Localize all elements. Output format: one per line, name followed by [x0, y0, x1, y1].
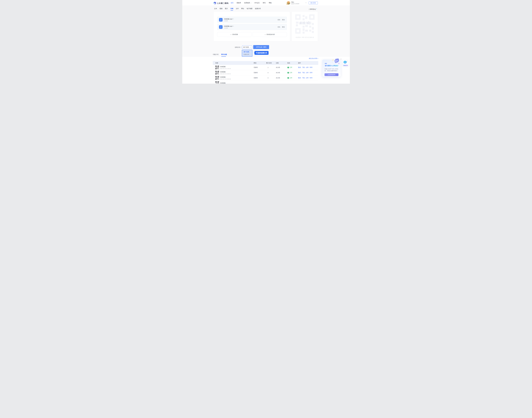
chevron-up-icon[interactable] [305, 2, 306, 4]
music-note-icon [219, 18, 223, 22]
edit-pencil-icon[interactable] [233, 18, 234, 20]
code-category: 音频码 [254, 77, 266, 79]
table-row: 示例音频 [213, 81, 318, 84]
code-category: 音频码 [254, 67, 266, 69]
qr-preview-panel: 未生成 此处预览二维码 请先在左侧生成 [292, 12, 318, 42]
chevron-down-icon [250, 2, 251, 3]
file-meta: 示例音频.mp3 2.82MB [224, 18, 234, 22]
share-link[interactable]: 分享 [306, 72, 309, 74]
user-area: VIP Niko 组织ID:1329284 进入后台 [287, 0, 318, 6]
plus-icon [265, 34, 266, 35]
file-size: 2.82MB [224, 20, 234, 22]
qr-preview-hint: 此处预览二维码 请先在左侧生成 [292, 36, 318, 38]
tab-image[interactable]: 图片 [225, 8, 228, 11]
nav-item-vip[interactable]: VIP会员 [254, 2, 259, 4]
enter-backend-button[interactable]: 进入后台 [309, 1, 318, 4]
qr-thumbnail[interactable] [215, 76, 219, 80]
tab-batch[interactable]: 批量生码 [255, 8, 261, 11]
preview-link[interactable]: 预览 [298, 77, 301, 79]
tab-audio[interactable]: 音频 [231, 8, 233, 11]
tab-text[interactable]: 文本 [214, 8, 217, 11]
code-visits: 0 [266, 77, 276, 79]
tab-url[interactable]: 网址 [241, 8, 244, 11]
brand-logo-icon [213, 1, 216, 5]
download-link[interactable]: 下载 [302, 77, 305, 79]
download-link[interactable]: 下载 [302, 67, 305, 69]
qr-thumbnail[interactable] [215, 81, 219, 84]
manage-link[interactable]: 管理 [310, 77, 312, 79]
user-org-id: 组织ID:1329284 [291, 3, 299, 4]
generate-mode-label: 生码方式 [235, 46, 242, 48]
delete-file-button[interactable]: 删除 [282, 26, 285, 28]
section-tabs: 功能介绍 最近创建 [213, 54, 227, 57]
dropdown-option-batch[interactable]: 批量生码 [242, 54, 252, 55]
share-link[interactable]: 分享 [306, 67, 309, 69]
code-created-time: 2025-09-19 10:59:01 [220, 73, 231, 74]
qr-beautify-link[interactable]: 二维码美化AI [309, 8, 317, 10]
file-size: 2.82MB [224, 27, 234, 29]
page: 八木屋二维码 首页 模板库 应用场景 VIP会员 资讯 帮助 [182, 0, 350, 84]
table-header: 名称 类别 累计访问 分组 状态 操作 [213, 61, 318, 65]
mode-dropdown-menu: 单个生码 批量生码 [242, 50, 252, 57]
tab-file[interactable]: 文件 [236, 8, 239, 11]
code-group: 未分组 [276, 77, 287, 79]
ai-badge: AI [316, 8, 317, 9]
brand[interactable]: 八木屋二维码 [213, 1, 229, 5]
table-row: 示例音频 2025-09-19 10:59:00 音频码 0 未分组 正常 预览… [213, 75, 318, 81]
check-circle-icon [287, 72, 289, 73]
online-consult-button[interactable]: 点击在线咨询 [324, 73, 338, 76]
tab-ebook[interactable]: 电子画册 [247, 8, 253, 11]
status-badge: 正常 [290, 77, 292, 79]
status-badge: 正常 [290, 67, 292, 69]
add-more-content-button[interactable]: 添加更多内容 [253, 32, 287, 37]
code-visits: 2 [266, 67, 276, 68]
user-meta[interactable]: Niko 组织ID:1329284 [291, 1, 299, 4]
generate-mode-select[interactable]: 单个生码 [242, 46, 252, 49]
online-consult-float-tab[interactable]: 在线咨询 [343, 60, 348, 66]
status-badge: 正常 [290, 72, 292, 74]
tab-feature-intro[interactable]: 功能介绍 [213, 54, 219, 57]
chat-description: 客服小伙伴 7x24 小时在线，快速为您解答疑问 [325, 68, 339, 72]
selected-mode-value: 单个生码 [243, 46, 249, 48]
download-link[interactable]: 下载 [302, 72, 305, 74]
content-type-tabs: 文本 视频 图片 音频 文件 网址 电子画册 批量生码 [214, 8, 261, 11]
code-created-time: 2025-09-19 11:00:29 [220, 68, 231, 69]
nav-item-scenes[interactable]: 应用场景 [244, 2, 251, 4]
plus-icon [231, 34, 231, 35]
manage-link[interactable]: 管理 [310, 72, 312, 74]
replace-file-button[interactable]: 更换 [278, 19, 280, 21]
code-name: 示例音频 [220, 66, 231, 68]
code-name: 示例音频 [220, 71, 231, 73]
share-link[interactable]: 分享 [306, 77, 309, 79]
tab-video[interactable]: 视频 [220, 8, 222, 11]
music-note-icon [219, 25, 223, 29]
audio-file-item: 示例音频.mp3 2.82MB 更换 删除 [217, 24, 287, 30]
recent-codes-table: 名称 类别 累计访问 分组 状态 操作 示例音频 2025-09-19 11:0… [213, 61, 318, 84]
qr-thumbnail[interactable] [215, 66, 219, 69]
close-icon[interactable] [340, 58, 342, 60]
preview-link[interactable]: 预览 [298, 72, 301, 74]
replace-file-button[interactable]: 更换 [278, 26, 280, 28]
code-category: 音频码 [254, 72, 266, 74]
code-visits: 0 [266, 72, 276, 73]
manage-link[interactable]: 管理 [310, 67, 312, 69]
edit-pencil-icon[interactable] [233, 25, 234, 27]
tab-recently-created[interactable]: 最近创建 [221, 54, 227, 57]
nav-item-help[interactable]: 帮助 [269, 2, 272, 4]
goto-backend-link[interactable]: 前往后台管理 [309, 58, 318, 59]
avatar[interactable]: VIP [287, 1, 290, 5]
chevron-up-icon [250, 47, 251, 48]
add-audio-button[interactable]: 添加音频 [217, 32, 251, 37]
code-name: 示例音频 [220, 76, 231, 78]
float-tab-label: 在线咨询 [343, 65, 348, 66]
nav-item-home[interactable]: 首页 [231, 2, 233, 4]
preview-link[interactable]: 预览 [298, 67, 301, 69]
dropdown-option-single[interactable]: 单个生码 [242, 51, 252, 53]
nav-item-templates[interactable]: 模板库 [237, 2, 241, 4]
delete-file-button[interactable]: 删除 [282, 19, 285, 21]
nav-item-news[interactable]: 资讯 [263, 2, 266, 4]
qr-thumbnail[interactable] [215, 71, 219, 74]
robot-chat-icon [344, 60, 348, 64]
generate-qr-button[interactable]: 立即生成二维码 [253, 45, 269, 49]
check-circle-icon [287, 77, 289, 79]
